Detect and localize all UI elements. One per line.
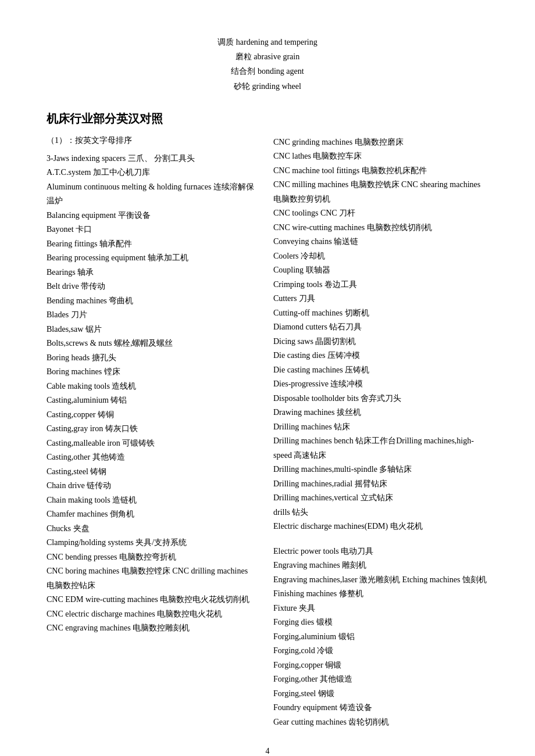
right-entry-9: Crimping tools 卷边工具	[273, 278, 488, 292]
right-entry-34: Forging,cold 冷锻	[273, 644, 488, 658]
page-number: 4	[266, 747, 270, 755]
left-entry-31: CNC engraving machines 电脑数控雕刻机	[47, 621, 256, 636]
left-entry-13: Boring heads 搪孔头	[47, 351, 256, 366]
left-entry-29: CNC EDM wire-cutting machines 电脑数控电火花线切削…	[47, 593, 256, 607]
left-entry-16: Casting,aluminium 铸铝	[47, 393, 256, 408]
top-section: 调质 hardening and tempering 磨粒 abrasive g…	[47, 35, 488, 94]
left-entry-30: CNC electric discharge machines 电脑数控电火花机	[47, 607, 256, 622]
left-entry-23: Chain making tools 造链机	[47, 493, 256, 508]
right-entry-15: Die casting machines 压铸机	[273, 363, 488, 378]
right-entry-25: Electric discharge machines(EDM) 电火花机	[273, 519, 488, 534]
right-entry-5: CNC wire-cutting machines 电脑数控线切削机	[273, 221, 488, 235]
left-entry-25: Chucks 夹盘	[47, 522, 256, 536]
left-entry-2: Aluminum continuous melting & holding fu…	[47, 180, 256, 209]
left-column: （1）：按英文字母排序 3-Jaws indexing spacers 三爪、 …	[47, 135, 268, 730]
right-entry-32: Forging dies 锻模	[273, 615, 488, 630]
right-entry-38: Foundry equipment 铸造设备	[273, 701, 488, 715]
left-entry-11: Blades,saw 锯片	[47, 323, 256, 337]
right-entry-20: Drilling machines bench 钻床工作台Drilling ma…	[273, 434, 488, 463]
right-entry-28: Engraving machines 雕刻机	[273, 558, 488, 573]
left-entry-15: Cable making tools 造线机	[47, 379, 256, 394]
section-title: 机床行业部分英汉对照	[47, 111, 488, 127]
left-entry-12: Bolts,screws & nuts 螺栓,螺帽及螺丝	[47, 336, 256, 351]
left-entry-10: Blades 刀片	[47, 308, 256, 323]
left-entry-6: Bearing processing equipment 轴承加工机	[47, 251, 256, 266]
right-entry-17: Disposable toolholder bits 舍弃式刀头	[273, 392, 488, 406]
right-entry-26	[273, 534, 488, 544]
left-entry-3: Balancing equipment 平衡设备	[47, 209, 256, 223]
right-entry-36: Forging,other 其他锻造	[273, 672, 488, 687]
right-entry-7: Coolers 冷却机	[273, 249, 488, 264]
right-column: CNC grinding machines 电脑数控磨床CNC lathes 电…	[268, 135, 488, 730]
right-entry-27: Electric power tools 电动刀具	[273, 544, 488, 559]
right-entry-24: drills 钻头	[273, 506, 488, 520]
right-entry-35: Forging,copper 铜锻	[273, 658, 488, 673]
right-entry-31: Fixture 夹具	[273, 601, 488, 616]
top-line-1: 调质 hardening and tempering	[47, 35, 488, 49]
left-entry-20: Casting,other 其他铸造	[47, 450, 256, 465]
left-entry-1: A.T.C.system 加工中心机刀库	[47, 166, 256, 180]
left-entry-14: Boring machines 镗床	[47, 365, 256, 379]
right-entry-3: CNC milling machines 电脑数控铣床 CNC shearing…	[273, 178, 488, 206]
left-entry-26: Clamping/holding systems 夹具/支持系统	[47, 536, 256, 550]
subtitle: （1）：按英文字母排序	[47, 135, 256, 146]
right-entry-33: Forging,aluminium 锻铝	[273, 630, 488, 644]
right-entry-29: Engraving machines,laser 激光雕刻机 Etching m…	[273, 573, 488, 587]
left-entry-22: Chain drive 链传动	[47, 479, 256, 493]
right-entry-12: Diamond cutters 钻石刀具	[273, 320, 488, 335]
left-entry-7: Bearings 轴承	[47, 266, 256, 280]
right-entry-11: Cutting-off machines 切断机	[273, 306, 488, 321]
right-entry-0: CNC grinding machines 电脑数控磨床	[273, 135, 488, 150]
right-entry-14: Die casting dies 压铸冲模	[273, 349, 488, 363]
left-entry-8: Belt drive 带传动	[47, 280, 256, 294]
top-line-4: 砂轮 grinding wheel	[47, 79, 488, 94]
left-entry-27: CNC bending presses 电脑数控弯折机	[47, 550, 256, 565]
right-entry-19: Drilling machines 钻床	[273, 420, 488, 435]
right-entry-16: Dies-progressive 连续冲模	[273, 377, 488, 392]
right-entry-4: CNC toolings CNC 刀杆	[273, 206, 488, 221]
right-entry-22: Drilling machines,radial 摇臂钻床	[273, 477, 488, 492]
left-entry-9: Bending machines 弯曲机	[47, 294, 256, 309]
right-entry-18: Drawing machines 拔丝机	[273, 406, 488, 420]
left-entry-18: Casting,gray iron 铸灰口铁	[47, 422, 256, 436]
left-entry-21: Casting,steel 铸钢	[47, 465, 256, 479]
left-entry-17: Casting,copper 铸铜	[47, 408, 256, 422]
left-entries: 3-Jaws indexing spacers 三爪、 分割工具头A.T.C.s…	[47, 152, 256, 636]
left-entry-4: Bayonet 卡口	[47, 223, 256, 237]
right-entry-37: Forging,steel 钢锻	[273, 687, 488, 701]
right-entry-30: Finishing machines 修整机	[273, 587, 488, 601]
right-entry-1: CNC lathes 电脑数控车床	[273, 149, 488, 164]
right-entry-10: Cutters 刀具	[273, 292, 488, 306]
right-entry-21: Drilling machines,multi-spindle 多轴钻床	[273, 463, 488, 477]
left-entry-19: Casting,malleable iron 可锻铸铁	[47, 436, 256, 451]
right-entry-13: Dicing saws 晶圆切割机	[273, 335, 488, 349]
right-entry-8: Coupling 联轴器	[273, 263, 488, 278]
top-line-3: 结合剂 bonding agent	[47, 64, 488, 78]
left-entry-28: CNC boring machines 电脑数控镗床 CNC drilling …	[47, 564, 256, 593]
left-entry-0: 3-Jaws indexing spacers 三爪、 分割工具头	[47, 152, 256, 166]
left-entry-24: Chamfer machines 倒角机	[47, 507, 256, 522]
right-entry-2: CNC machine tool fittings 电脑数控机床配件	[273, 164, 488, 178]
right-entries: CNC grinding machines 电脑数控磨床CNC lathes 电…	[273, 135, 488, 730]
right-entry-39: Gear cutting machines 齿轮切削机	[273, 715, 488, 730]
right-entry-6: Conveying chains 输送链	[273, 235, 488, 249]
left-entry-5: Bearing fittings 轴承配件	[47, 237, 256, 252]
right-entry-23: Drilling machines,vertical 立式钻床	[273, 491, 488, 506]
top-line-2: 磨粒 abrasive grain	[47, 49, 488, 64]
